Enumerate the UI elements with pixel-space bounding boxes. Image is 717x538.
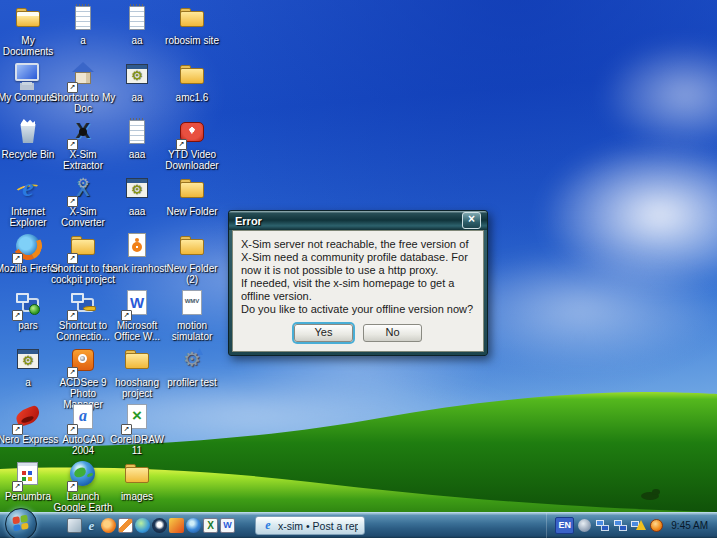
desktop-icon[interactable]: hooshang project <box>110 344 164 399</box>
appwin-icon <box>12 344 44 376</box>
shortcut-arrow-icon <box>67 310 78 321</box>
desktop-icon[interactable]: aaa <box>110 173 164 217</box>
desktop-icon[interactable]: a <box>56 2 110 46</box>
desktop-icon[interactable]: aa <box>110 2 164 46</box>
utility-icon[interactable] <box>169 518 184 533</box>
desktop-icon[interactable]: Nero Express <box>1 401 55 445</box>
notepad-icon <box>121 116 153 148</box>
notepad-icon <box>67 2 99 34</box>
shortcut-arrow-icon <box>176 139 187 150</box>
desktop-icon-label: motion simulator <box>159 320 225 342</box>
network-warning-icon[interactable] <box>631 518 646 533</box>
shortcut-arrow-icon <box>121 310 132 321</box>
folder-icon <box>176 230 208 262</box>
yes-button[interactable]: Yes <box>294 324 353 342</box>
desktop-icon-label: images <box>104 491 170 502</box>
desktop-icon-label: amc1.6 <box>159 92 225 103</box>
desktop-icon[interactable]: Mozilla Firefox <box>1 230 55 274</box>
acdsee-icon[interactable] <box>118 518 133 533</box>
desktop-icon[interactable]: aa <box>110 59 164 103</box>
jpg-icon <box>121 230 153 262</box>
internet-globe-icon[interactable] <box>135 518 150 533</box>
media-player-icon[interactable] <box>152 518 167 533</box>
task-button-label: x-sim • Post a reply - ... <box>278 520 358 532</box>
appwin-icon <box>121 173 153 205</box>
desktop-icon[interactable]: Penumbra <box>1 458 55 502</box>
shortcut-arrow-icon <box>67 424 78 435</box>
desktop-icon[interactable]: New Folder <box>165 173 219 217</box>
shortcut-arrow-icon <box>67 367 78 378</box>
computer-icon <box>12 59 44 91</box>
security-alert-icon[interactable] <box>649 518 664 533</box>
word-icon[interactable] <box>220 518 235 533</box>
folder-docs-icon <box>12 2 44 34</box>
internet-explorer-icon <box>262 519 274 532</box>
desktop-icon-label: New Folder (2) <box>159 263 225 285</box>
firefox-icon[interactable] <box>101 518 116 533</box>
folder-icon <box>176 173 208 205</box>
close-icon[interactable] <box>462 212 481 229</box>
shortcut-arrow-icon <box>67 481 78 492</box>
desktop-icon[interactable]: images <box>110 458 164 502</box>
shortcut-arrow-icon <box>12 424 23 435</box>
desktop-icon[interactable]: Shortcut to My Doc <box>56 59 110 114</box>
desktop-icon[interactable]: AutoCAD 2004 <box>56 401 110 456</box>
no-button[interactable]: No <box>363 324 422 342</box>
error-dialog: Error X-Sim server not reachable, the fr… <box>228 210 488 356</box>
internet-explorer-icon[interactable] <box>84 518 99 533</box>
desktop-icon[interactable]: bank iranhost <box>110 230 164 274</box>
shortcut-arrow-icon <box>67 196 78 207</box>
desktop-icon[interactable]: pars <box>1 287 55 331</box>
desktop-icon[interactable]: robosim site <box>165 2 219 46</box>
dialog-message: X-Sim server not reachable, the free ver… <box>241 238 475 316</box>
dialog-titlebar[interactable]: Error <box>229 211 487 230</box>
recycle-icon <box>12 116 44 148</box>
desktop-icon[interactable]: New Folder (2) <box>165 230 219 285</box>
network-icon[interactable] <box>613 518 628 533</box>
shortcut-arrow-icon <box>12 481 23 492</box>
quick-launch-bar <box>67 518 235 533</box>
dialog-button-row: Yes No <box>241 324 475 342</box>
desktop-icon-label: New Folder <box>159 206 225 217</box>
ie-icon <box>12 173 44 205</box>
windows-logo-icon <box>12 515 28 532</box>
desktop-icon[interactable]: CorelDRAW 11 <box>110 401 164 456</box>
desktop-icon[interactable]: Shortcut to Connectio... <box>56 287 110 342</box>
desktop-icon[interactable]: X-Sim Extractor <box>56 116 110 171</box>
desktop-icon[interactable]: My Computer <box>1 59 55 103</box>
network-icon[interactable] <box>595 518 610 533</box>
excel-icon[interactable] <box>203 518 218 533</box>
desktop-icon[interactable]: My Documents <box>1 2 55 57</box>
folder-icon <box>121 458 153 490</box>
desktop-icon[interactable]: Recycle Bin <box>1 116 55 160</box>
desktop-icon[interactable]: profiler test <box>165 344 219 388</box>
shortcut-arrow-icon <box>12 310 23 321</box>
desktop-icon[interactable]: X-Sim Converter <box>56 173 110 228</box>
desktop-icon[interactable]: aaa <box>110 116 164 160</box>
shortcut-arrow-icon <box>67 139 78 150</box>
show-desktop-icon[interactable] <box>67 518 82 533</box>
start-button[interactable] <box>5 508 37 538</box>
desktop: My Documents a aa robosim site My Comput… <box>0 0 717 538</box>
notepad-icon <box>121 2 153 34</box>
shortcut-arrow-icon <box>12 253 23 264</box>
taskbar-clock[interactable]: 9:45 AM <box>671 520 708 531</box>
desktop-icon-label: profiler test <box>159 377 225 388</box>
desktop-icon[interactable]: amc1.6 <box>165 59 219 103</box>
taskbar: x-sim • Post a reply - ... EN 9:45 AM <box>0 512 717 538</box>
appwin-icon <box>121 59 153 91</box>
taskbar-task-button[interactable]: x-sim • Post a reply - ... <box>255 516 365 535</box>
shortcut-arrow-icon <box>121 424 132 435</box>
desktop-icon[interactable]: Shortcut to fsx cockpit project <box>56 230 110 285</box>
desktop-icon[interactable]: YTD Video Downloader <box>165 116 219 171</box>
folder-icon <box>176 2 208 34</box>
dialog-title: Error <box>235 215 262 227</box>
desktop-icon[interactable]: a <box>1 344 55 388</box>
volume-icon[interactable] <box>577 518 592 533</box>
shortcut-arrow-icon <box>67 82 78 93</box>
language-indicator[interactable]: EN <box>555 517 574 534</box>
google-earth-icon[interactable] <box>186 518 201 533</box>
desktop-icon[interactable]: Internet Explorer <box>1 173 55 228</box>
desktop-icon[interactable]: motion simulator <box>165 287 219 342</box>
desktop-icon[interactable]: Microsoft Office W... <box>110 287 164 342</box>
